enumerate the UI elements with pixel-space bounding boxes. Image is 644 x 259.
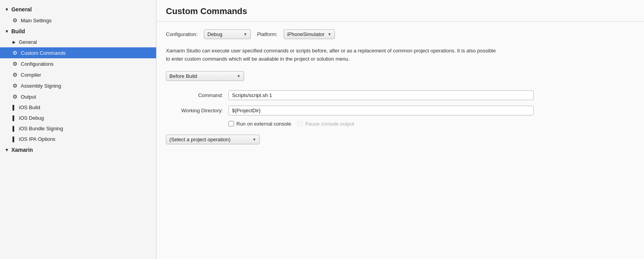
sidebar-item-ios-debug[interactable]: iOS Debug — [0, 113, 156, 123]
sidebar: ▼ General Main Settings ▼ Build General … — [0, 0, 157, 259]
xamarin-arrow-icon: ▼ — [5, 147, 9, 152]
run-external-console-checkbox[interactable] — [228, 121, 234, 126]
sidebar-item-compiler[interactable]: Compiler — [0, 69, 156, 80]
select-operation-value: (Select a project operation) — [169, 137, 230, 142]
platform-label: Platform: — [257, 31, 277, 37]
sidebar-item-build-general[interactable]: General — [0, 37, 156, 47]
working-directory-label: Working Directory: — [166, 108, 228, 113]
content-body: Configuration: Debug ▼ Platform: iPhoneS… — [157, 22, 644, 152]
main-content: Custom Commands Configuration: Debug ▼ P… — [157, 0, 644, 259]
gear-icon-output — [13, 94, 18, 100]
run-external-console-label: Run on external console — [236, 121, 291, 127]
working-directory-input-wrapper — [228, 106, 534, 115]
sidebar-item-main-settings[interactable]: Main Settings — [0, 15, 156, 26]
sidebar-section-build[interactable]: ▼ Build — [0, 26, 156, 37]
before-build-dropdown[interactable]: Before Build ▼ — [166, 71, 244, 81]
sidebar-item-ios-build[interactable]: iOS Build — [0, 102, 156, 113]
sidebar-item-configurations-label: Configurations — [21, 61, 54, 67]
checkbox-row: Run on external console Pause console ou… — [166, 121, 635, 127]
play-icon — [13, 40, 16, 44]
description-text: Xamarin Studio can execute user specifie… — [166, 47, 498, 63]
sidebar-item-output-label: Output — [21, 94, 36, 100]
page-title: Custom Commands — [166, 6, 635, 16]
sidebar-item-ios-bundle-signing-label: iOS Bundle Signing — [19, 126, 63, 131]
gear-icon-compiler — [13, 72, 18, 78]
command-input-wrapper — [228, 90, 534, 100]
general-arrow-icon: ▼ — [5, 7, 9, 12]
configuration-value: Debug — [207, 31, 222, 37]
working-directory-input[interactable] — [228, 106, 534, 115]
gear-icon-configurations — [13, 61, 18, 67]
sidebar-item-ios-bundle-signing[interactable]: iOS Bundle Signing — [0, 123, 156, 134]
platform-dropdown[interactable]: iPhoneSimulator ▼ — [284, 29, 335, 39]
sidebar-item-compiler-label: Compiler — [21, 72, 41, 78]
platform-caret-icon: ▼ — [327, 32, 331, 36]
select-operation-dropdown[interactable]: (Select a project operation) ▼ — [166, 135, 260, 144]
phone-icon-ios-ipa — [13, 137, 16, 142]
command-input[interactable] — [228, 90, 534, 100]
sidebar-section-general[interactable]: ▼ General — [0, 4, 156, 15]
before-build-value: Before Build — [169, 73, 197, 79]
sidebar-item-ios-ipa-options[interactable]: iOS IPA Options — [0, 134, 156, 144]
before-build-row: Before Build ▼ — [166, 71, 635, 81]
sidebar-item-ios-build-label: iOS Build — [19, 104, 40, 110]
pause-console-output-checkbox[interactable] — [297, 121, 303, 126]
before-build-caret-icon: ▼ — [237, 74, 241, 78]
pause-console-output-checkbox-wrapper[interactable]: Pause console output — [297, 121, 354, 127]
phone-icon-ios-build — [13, 105, 16, 110]
command-label: Command: — [166, 92, 228, 98]
main-header: Custom Commands — [157, 0, 644, 22]
sidebar-item-assembly-signing[interactable]: Assembly Signing — [0, 80, 156, 91]
phone-icon-ios-debug — [13, 115, 16, 121]
gear-icon — [13, 17, 18, 23]
sidebar-section-xamarin[interactable]: ▼ Xamarin — [0, 144, 156, 155]
sidebar-item-main-settings-label: Main Settings — [21, 18, 52, 23]
config-row: Configuration: Debug ▼ Platform: iPhoneS… — [166, 29, 635, 39]
platform-value: iPhoneSimulator — [287, 31, 324, 37]
pause-console-output-label: Pause console output — [305, 121, 354, 127]
sidebar-item-ios-ipa-options-label: iOS IPA Options — [19, 136, 56, 142]
sidebar-item-output[interactable]: Output — [0, 91, 156, 102]
select-operation-row: (Select a project operation) ▼ — [166, 135, 635, 144]
configuration-label: Configuration: — [166, 31, 198, 37]
sidebar-item-configurations[interactable]: Configurations — [0, 58, 156, 69]
configuration-dropdown[interactable]: Debug ▼ — [204, 29, 251, 39]
gear-icon-active — [13, 50, 18, 56]
sidebar-item-assembly-signing-label: Assembly Signing — [21, 83, 61, 89]
gear-icon-assembly — [13, 83, 18, 89]
sidebar-section-build-label: Build — [11, 28, 25, 34]
select-operation-caret-icon: ▼ — [252, 137, 256, 142]
phone-icon-ios-bundle — [13, 126, 16, 131]
run-external-console-checkbox-wrapper[interactable]: Run on external console — [228, 121, 291, 127]
sidebar-section-general-label: General — [11, 6, 32, 13]
sidebar-item-custom-commands[interactable]: Custom Commands — [0, 47, 156, 58]
command-row: Command: — [166, 90, 635, 100]
sidebar-item-custom-commands-label: Custom Commands — [21, 50, 66, 56]
sidebar-item-build-general-label: General — [19, 39, 37, 45]
sidebar-section-xamarin-label: Xamarin — [11, 147, 33, 153]
working-directory-row: Working Directory: — [166, 106, 635, 115]
build-arrow-icon: ▼ — [5, 29, 9, 34]
configuration-caret-icon: ▼ — [243, 32, 247, 36]
sidebar-item-ios-debug-label: iOS Debug — [19, 115, 44, 121]
